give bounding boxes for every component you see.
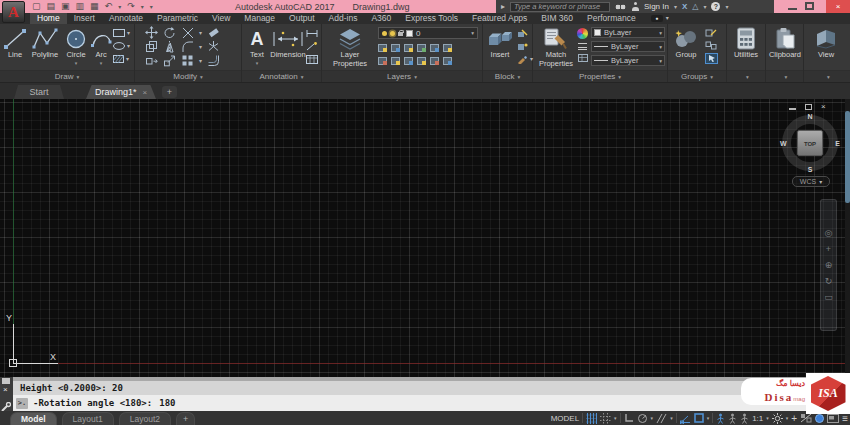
copy-icon[interactable] <box>145 40 158 53</box>
snap-mode-button[interactable] <box>600 413 611 424</box>
model-tab[interactable]: Model <box>10 412 57 425</box>
text-button[interactable]: A Text ▾ <box>245 25 269 66</box>
table-icon[interactable] <box>306 55 318 64</box>
arc-dropdown-icon[interactable]: ▾ <box>100 61 103 67</box>
isometric-drafting-button[interactable] <box>656 413 667 424</box>
viewport-minimize-icon[interactable] <box>789 105 796 110</box>
properties-panel-dropdown-icon[interactable]: ▾ <box>618 74 621 80</box>
vertical-scrollbar[interactable] <box>845 99 850 377</box>
utilities-panel-label[interactable]: ▾ <box>727 70 765 82</box>
clean-screen-button[interactable] <box>827 414 839 423</box>
workspace-gear-button[interactable] <box>772 413 783 424</box>
view-panel-label[interactable]: ▾ <box>804 70 850 82</box>
layer-tool-icon[interactable] <box>443 57 452 65</box>
define-attributes-icon[interactable] <box>517 42 528 51</box>
viewcube-top-face[interactable]: TOP <box>797 130 823 156</box>
object-snap-button[interactable] <box>694 413 704 423</box>
linetype-dropdown[interactable]: ByLayer ▾ <box>591 55 665 66</box>
search-icon[interactable] <box>615 4 626 10</box>
groups-panel-label[interactable]: Groups▾ <box>668 70 726 82</box>
orbit-icon[interactable]: ↻ <box>825 277 833 286</box>
command-input-line[interactable]: >. -Rotation angle <180>: 180 <box>13 395 850 411</box>
modify-panel-label[interactable]: Modify▾ <box>135 70 241 82</box>
viewcube-north[interactable]: N <box>807 113 812 120</box>
rectangle-icon[interactable] <box>113 29 125 37</box>
hatch-icon[interactable] <box>113 55 124 63</box>
block-editor-icon[interactable] <box>517 55 528 64</box>
dimension-button[interactable]: Dimension <box>269 25 307 60</box>
plot-style-icon[interactable] <box>578 54 588 62</box>
lineweight-icon[interactable] <box>578 43 587 50</box>
isolate-objects-button[interactable] <box>800 413 812 423</box>
command-input-value[interactable]: 180 <box>159 398 175 408</box>
new-file-icon[interactable]: ▢ <box>32 2 41 11</box>
layer-tool-icon[interactable] <box>430 44 439 52</box>
draw-panel-label[interactable]: Draw▾ <box>0 70 134 82</box>
ungroup-icon[interactable] <box>705 41 717 50</box>
view-button[interactable]: View <box>806 25 846 60</box>
command-window-grip[interactable] <box>2 378 10 384</box>
qat-customize-icon[interactable]: ▾ <box>150 4 153 10</box>
annotation-scale-value[interactable]: 1:1 <box>752 414 763 423</box>
ribbon-tab-view[interactable]: View <box>205 13 237 24</box>
layer-properties-button[interactable]: Layer Properties <box>325 25 375 68</box>
circle-dropdown-icon[interactable]: ▾ <box>75 61 78 67</box>
restore-button[interactable] <box>805 2 814 10</box>
ellipse-dropdown-icon[interactable]: ▾ <box>127 43 130 49</box>
group-edit-icon[interactable] <box>705 28 717 37</box>
arc-button[interactable]: Arc ▾ <box>90 25 112 66</box>
showmotion-icon[interactable]: ▭ <box>824 293 833 302</box>
search-history-icon[interactable]: ▸ <box>501 3 505 11</box>
clipboard-panel-dropdown-icon[interactable]: ▾ <box>785 74 788 80</box>
a360-dropdown-icon[interactable]: ▾ <box>703 4 706 10</box>
polyline-button[interactable]: Polyline <box>28 25 62 60</box>
ribbon-tab-performance[interactable]: Performance <box>580 13 643 24</box>
fillet-icon[interactable] <box>181 40 194 53</box>
sign-in-dropdown-icon[interactable]: ▾ <box>674 4 677 10</box>
ribbon-tab-annotate[interactable]: Annotate <box>102 13 150 24</box>
polar-tracking-button[interactable] <box>637 413 648 424</box>
isodraft-dropdown-icon[interactable]: ▾ <box>670 415 673 421</box>
search-input[interactable]: Type a keyword or phrase <box>510 2 610 12</box>
group-button[interactable]: Group <box>671 25 701 60</box>
clipboard-panel-label[interactable]: ▾ <box>766 70 803 82</box>
ribbon-tab-parametric[interactable]: Parametric <box>150 13 205 24</box>
modify-panel-dropdown-icon[interactable]: ▾ <box>200 74 203 80</box>
insert-button[interactable]: Insert <box>485 25 515 60</box>
linetype-dropdown-icon[interactable]: ▾ <box>659 58 662 64</box>
viewcube-west[interactable]: W <box>780 140 787 147</box>
layer-tool-icon[interactable] <box>391 44 400 52</box>
ortho-mode-button[interactable] <box>624 413 634 423</box>
layer-tool-icon[interactable] <box>378 57 387 65</box>
model-space-button[interactable]: MODEL <box>551 414 579 423</box>
array-icon[interactable] <box>181 54 194 67</box>
layer-dropdown-icon[interactable]: ▾ <box>471 30 474 36</box>
line-button[interactable]: Line <box>2 25 28 60</box>
annotation-autoscale-button[interactable] <box>728 413 737 424</box>
ribbon-tab-add-ins[interactable]: Add-ins <box>322 13 365 24</box>
annotation-scale-button[interactable] <box>740 413 749 424</box>
layer-lock-icon[interactable] <box>398 32 403 36</box>
minimize-button[interactable] <box>788 4 797 10</box>
layer-tool-icon[interactable] <box>443 44 452 52</box>
layer-freeze-icon[interactable] <box>390 31 395 36</box>
layer-tool-icon[interactable] <box>378 44 387 52</box>
match-properties-button[interactable]: Match Properties <box>536 25 576 68</box>
annotation-panel-dropdown-icon[interactable]: ▾ <box>301 74 304 80</box>
text-dropdown-icon[interactable]: ▾ <box>256 61 259 67</box>
circle-button[interactable]: Circle ▾ <box>62 25 90 66</box>
workspace-dropdown-icon[interactable]: ▾ <box>786 415 789 421</box>
utilities-panel-dropdown-icon[interactable]: ▾ <box>746 74 749 80</box>
rectangle-dropdown-icon[interactable]: ▾ <box>127 30 130 36</box>
viewport-close-icon[interactable]: × <box>821 103 826 111</box>
customization-button[interactable]: ≡ <box>842 413 848 424</box>
color-wheel-icon[interactable] <box>577 28 588 39</box>
layer-tool-icon[interactable] <box>404 44 413 52</box>
view-panel-dropdown-icon[interactable]: ▾ <box>827 74 830 80</box>
viewcube-south[interactable]: S <box>808 166 813 173</box>
wcs-menu[interactable]: WCS ▾ <box>792 176 830 187</box>
annotation-monitor-button[interactable]: + <box>791 413 797 424</box>
leader-icon[interactable] <box>306 42 318 51</box>
recent-commands-icon[interactable]: >. <box>16 398 28 409</box>
layer-on-icon[interactable] <box>382 31 387 36</box>
